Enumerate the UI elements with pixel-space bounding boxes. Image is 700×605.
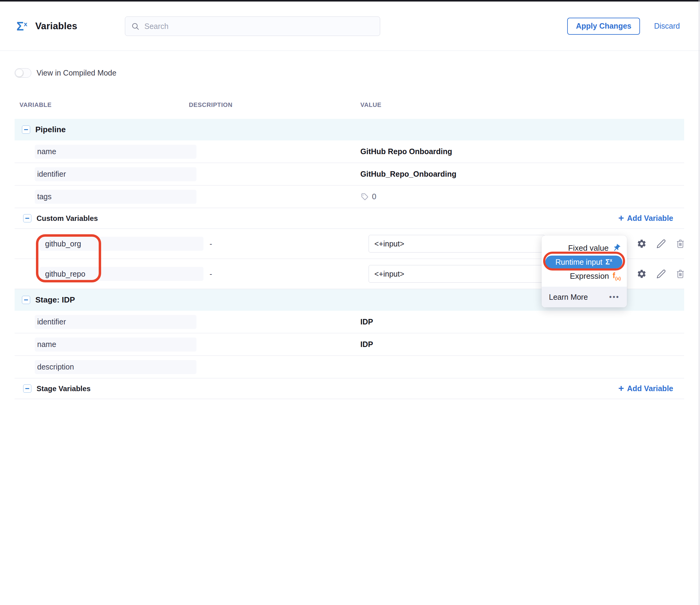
compiled-mode-toggle[interactable] bbox=[15, 68, 31, 78]
sigma-icon: Σx bbox=[605, 258, 612, 266]
table-row-pipeline-name: name GitHub Repo Onboarding bbox=[15, 141, 684, 163]
variables-sigma-icon: Σx bbox=[17, 20, 27, 32]
group-title-custom-variables: Custom Variables bbox=[36, 214, 98, 223]
fx-icon: f(x) bbox=[612, 271, 621, 281]
search-input[interactable] bbox=[144, 22, 358, 31]
add-variable-button[interactable]: + Add Variable bbox=[618, 384, 673, 393]
menu-footer: Learn More ••• bbox=[542, 287, 627, 307]
pin-icon bbox=[610, 242, 622, 254]
variable-name-field: description bbox=[35, 360, 197, 374]
delete-trash-icon[interactable] bbox=[676, 239, 685, 249]
add-variable-button[interactable]: + Add Variable bbox=[618, 214, 673, 223]
discard-button[interactable]: Discard bbox=[654, 22, 680, 30]
value-pipeline-name: GitHub Repo Onboarding bbox=[360, 147, 684, 156]
compiled-mode-label: View in Compiled Mode bbox=[36, 69, 116, 77]
menu-item-expression[interactable]: Expression f(x) bbox=[542, 268, 627, 284]
collapse-icon[interactable] bbox=[23, 214, 31, 222]
column-header-value: VALUE bbox=[360, 101, 684, 108]
value-pipeline-tags: 0 bbox=[360, 192, 684, 201]
description-cell: - bbox=[189, 240, 360, 248]
value-stage-name: IDP bbox=[360, 340, 684, 349]
learn-more-link[interactable]: Learn More bbox=[549, 293, 588, 302]
variable-name-field: name bbox=[35, 145, 197, 159]
row-actions bbox=[636, 239, 685, 249]
collapse-icon[interactable] bbox=[23, 384, 31, 393]
variables-panel: Σx Variables Apply Changes Discard View … bbox=[0, 0, 700, 605]
panel-header: Σx Variables Apply Changes Discard bbox=[0, 2, 700, 51]
table-row-stage-identifier: identifier IDP bbox=[15, 311, 684, 333]
settings-gear-icon[interactable] bbox=[636, 269, 647, 279]
table-row-pipeline-identifier: identifier GitHub_Repo_Onboarding bbox=[15, 163, 684, 185]
apply-changes-button[interactable]: Apply Changes bbox=[567, 18, 640, 35]
header-actions: Apply Changes Discard bbox=[567, 2, 680, 51]
variable-name-field: identifier bbox=[35, 315, 197, 329]
tag-icon bbox=[360, 193, 369, 201]
variable-name-github-org: github_org bbox=[40, 237, 203, 251]
settings-gear-icon[interactable] bbox=[636, 239, 647, 249]
table-row-stage-description: description bbox=[15, 356, 684, 378]
row-actions bbox=[636, 269, 685, 279]
menu-item-fixed-value[interactable]: Fixed value bbox=[542, 241, 627, 256]
menu-item-runtime-input[interactable]: Runtime input Σx bbox=[545, 256, 622, 268]
delete-trash-icon[interactable] bbox=[676, 269, 685, 279]
column-header-variable: VARIABLE bbox=[15, 101, 189, 108]
group-row-custom-variables: Custom Variables + Add Variable bbox=[15, 208, 684, 229]
search-icon bbox=[131, 22, 140, 30]
group-title-stage-variables: Stage Variables bbox=[36, 384, 91, 393]
value-input-github-org[interactable]: <+input> bbox=[369, 235, 545, 253]
section-title-stage-idp: Stage: IDP bbox=[35, 295, 75, 305]
column-header-description: DESCRIPTION bbox=[189, 101, 360, 108]
section-title-pipeline: Pipeline bbox=[35, 125, 66, 134]
variable-name-field: identifier bbox=[35, 167, 197, 181]
variable-name-field: name bbox=[35, 337, 197, 352]
collapse-icon[interactable] bbox=[22, 296, 30, 304]
toggle-knob bbox=[15, 69, 23, 77]
more-options-dots-icon[interactable]: ••• bbox=[609, 293, 620, 301]
table-column-headers: VARIABLE DESCRIPTION VALUE bbox=[15, 101, 684, 108]
description-cell: - bbox=[189, 270, 360, 278]
tag-count: 0 bbox=[372, 192, 376, 201]
compiled-mode-row: View in Compiled Mode bbox=[15, 68, 700, 78]
page-title: Variables bbox=[35, 21, 77, 32]
section-row-pipeline: Pipeline bbox=[15, 119, 684, 141]
edit-pencil-icon[interactable] bbox=[656, 269, 666, 279]
search-box[interactable] bbox=[125, 17, 380, 36]
plus-icon: + bbox=[618, 213, 624, 223]
collapse-icon[interactable] bbox=[22, 126, 30, 134]
value-stage-identifier: IDP bbox=[360, 318, 684, 326]
table-row-pipeline-tags: tags 0 bbox=[15, 185, 684, 208]
variable-name-github-repo: github_repo bbox=[40, 267, 203, 281]
scrollbar-track[interactable] bbox=[699, 0, 699, 605]
value-input-github-repo[interactable]: <+input> bbox=[369, 265, 545, 283]
value-pipeline-identifier: GitHub_Repo_Onboarding bbox=[360, 170, 684, 178]
edit-pencil-icon[interactable] bbox=[656, 239, 666, 249]
plus-icon: + bbox=[618, 383, 624, 393]
table-row-stage-name: name IDP bbox=[15, 333, 684, 356]
value-type-menu: Fixed value Runtime input Σx Expression … bbox=[542, 235, 627, 307]
group-row-stage-variables: Stage Variables + Add Variable bbox=[15, 378, 684, 399]
variable-name-field: tags bbox=[35, 190, 197, 204]
